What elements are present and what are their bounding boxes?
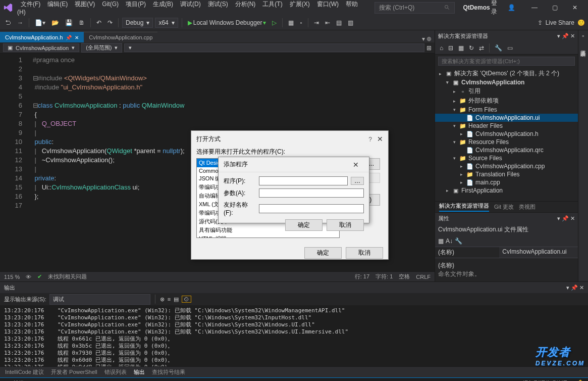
- bottom-tab[interactable]: 开发者 PowerShell: [51, 368, 97, 376]
- tree-row[interactable]: ▾▣CvImshowApplication: [435, 78, 578, 86]
- tree-row[interactable]: ▸📁外部依赖项: [435, 96, 578, 106]
- close-icon[interactable]: ✕: [75, 35, 79, 40]
- pin-icon[interactable]: ▾ 📌: [557, 33, 569, 39]
- props-row[interactable]: (名称)CvImshowApplication.ui: [435, 247, 578, 258]
- menu-item[interactable]: 调试(D): [177, 0, 204, 10]
- nav-member[interactable]: ▾: [124, 43, 424, 52]
- login-link[interactable]: 登录: [491, 0, 503, 16]
- tb-ico-5[interactable]: ▤: [334, 18, 344, 27]
- redo-icon[interactable]: ↷: [105, 18, 115, 27]
- tree-row[interactable]: ▾📁Form Files: [435, 106, 578, 114]
- tree-row[interactable]: 📄CvImshowApplication.qrc: [435, 146, 578, 154]
- browse-button[interactable]: …: [351, 177, 364, 185]
- tree-row[interactable]: ▸▣FirstApplication: [435, 186, 578, 195]
- tree-row[interactable]: ▸📄CvImshowApplication.h: [435, 130, 578, 138]
- program-path-input[interactable]: [259, 176, 348, 185]
- bottom-tab[interactable]: 输出: [134, 368, 145, 376]
- solution-root[interactable]: ▸▣解决方案 'QtDemos' (2 个项目, 共 2 个): [435, 69, 578, 78]
- menu-item[interactable]: Git(G): [98, 0, 122, 10]
- tree-row[interactable]: ▸📄CvImshowApplication.cpp: [435, 162, 578, 170]
- add-ok-button[interactable]: 确定: [285, 219, 323, 231]
- feedback-icon[interactable]: 🙂: [577, 19, 585, 26]
- output-ico3[interactable]: ▤: [174, 296, 179, 303]
- bottom-tab[interactable]: 查找符号结果: [152, 368, 185, 376]
- openwith-item[interactable]: HTML 编辑: [197, 234, 339, 238]
- file-tab-active[interactable]: CvImshowApplication.h📌✕: [0, 32, 84, 42]
- saveall-icon[interactable]: 🗎: [77, 18, 87, 27]
- tree-row[interactable]: ▸▫引用: [435, 86, 578, 96]
- tb-ico-6[interactable]: ▥: [346, 18, 355, 27]
- home-icon[interactable]: ⌂: [438, 43, 445, 53]
- props-wrench-icon[interactable]: 🔧: [455, 237, 462, 245]
- liveshare-button[interactable]: Live Share: [546, 19, 574, 26]
- menu-item[interactable]: 测试(S): [204, 0, 232, 10]
- output-text[interactable]: 13:23:20:176 "CvImshowApplication.exe" (…: [0, 305, 588, 366]
- menu-item[interactable]: 分析(N): [232, 0, 259, 10]
- tree-row[interactable]: ▾📁Source Files: [435, 154, 578, 162]
- show-all-icon[interactable]: ▦: [457, 43, 465, 53]
- tree-row[interactable]: ▾📁Resource Files: [435, 138, 578, 146]
- friendly-name-input[interactable]: [259, 204, 364, 213]
- tab-overflow-icon[interactable]: ▾ ⊕: [419, 35, 435, 42]
- program-args-input[interactable]: [259, 188, 364, 198]
- split-icon[interactable]: ⊞: [426, 44, 432, 52]
- open-icon[interactable]: 📂: [49, 18, 61, 27]
- bottom-tab[interactable]: 错误列表: [104, 368, 127, 376]
- menu-item[interactable]: 视图(V): [71, 0, 98, 10]
- server-explorer-icon[interactable]: ▫: [582, 32, 584, 39]
- config-combo[interactable]: Debug ▾: [122, 18, 153, 28]
- panel-close-icon[interactable]: ✕: [570, 33, 575, 39]
- save-icon[interactable]: 💾: [63, 18, 75, 27]
- undo-icon[interactable]: ↶: [94, 18, 103, 27]
- new-icon[interactable]: 📄▾: [33, 18, 47, 27]
- close-button[interactable]: ✕: [565, 1, 585, 15]
- solution-tab[interactable]: Git 更改: [494, 203, 514, 211]
- menu-item[interactable]: 生成(B): [149, 0, 177, 10]
- tb-ico-3[interactable]: ⇥: [312, 18, 321, 27]
- user-icon[interactable]: 👤: [508, 4, 515, 11]
- nav-fwd-icon[interactable]: →: [15, 18, 25, 27]
- menu-item[interactable]: 工具(T): [259, 0, 286, 10]
- tb-ico-2[interactable]: ▫: [298, 18, 304, 27]
- file-tab-inactive[interactable]: CvImshowApplication.cpp: [84, 32, 157, 42]
- openwith-ok-button[interactable]: 确定: [304, 247, 342, 259]
- menu-item[interactable]: 项目(P): [122, 0, 149, 10]
- start-debug-button[interactable]: ▶ Local Windows Debugger ▾: [186, 18, 269, 27]
- pin-icon[interactable]: 📌: [66, 35, 72, 40]
- solution-tree[interactable]: ▸▣解决方案 'QtDemos' (2 个项目, 共 2 个) ▾▣CvImsh…: [435, 68, 578, 201]
- tree-row[interactable]: ▸📄main.cpp: [435, 178, 578, 186]
- tree-row[interactable]: ▾📁Header Files: [435, 122, 578, 130]
- global-search[interactable]: 搜索 (Ctrl+Q): [375, 2, 455, 14]
- clear-icon[interactable]: ⊗: [160, 296, 165, 303]
- solution-search-input[interactable]: [438, 57, 575, 66]
- zoom-level[interactable]: 115 %: [4, 274, 20, 280]
- platform-combo[interactable]: x64 ▾: [155, 18, 178, 28]
- dlg-add-close-icon[interactable]: ✕: [348, 161, 364, 169]
- props-az-icon[interactable]: A↓: [446, 237, 453, 245]
- output-ico4[interactable]: ⏲: [182, 296, 191, 303]
- liveshare-icon[interactable]: ⇪: [538, 19, 543, 26]
- collapse-icon[interactable]: ⊟: [447, 43, 455, 53]
- sync-icon[interactable]: ⇄: [477, 43, 486, 53]
- dlg-close-icon[interactable]: ✕: [377, 135, 383, 143]
- output-source-combo[interactable]: 调试: [49, 294, 150, 305]
- tree-row[interactable]: ▸📁Translation Files: [435, 170, 578, 178]
- tb-ico-1[interactable]: ▦: [286, 18, 296, 27]
- nav-scope[interactable]: ▣ CvImshowApplication ▾: [3, 43, 79, 52]
- menu-item[interactable]: 窗口(W): [313, 0, 342, 10]
- bottom-tab[interactable]: IntelliCode 建议: [5, 368, 44, 376]
- preview-icon[interactable]: ▭: [506, 43, 514, 53]
- nav-back-icon[interactable]: ⮌: [3, 18, 13, 27]
- start-nodebug-icon[interactable]: ▷: [270, 18, 279, 27]
- toggle-wrap-icon[interactable]: ≡: [168, 296, 171, 302]
- minimize-button[interactable]: ―: [524, 1, 545, 15]
- toolbox-tab[interactable]: 诊断工具: [578, 43, 588, 50]
- tree-row[interactable]: 📄CvImshowApplication.ui: [435, 114, 578, 122]
- menu-item[interactable]: 编辑(E): [44, 0, 71, 10]
- refresh-icon[interactable]: ↻: [467, 43, 475, 53]
- props-cat-icon[interactable]: ▦: [438, 237, 444, 245]
- props-icon[interactable]: 🔧: [493, 43, 504, 53]
- solution-tab[interactable]: 解决方案资源管理器: [439, 202, 489, 212]
- add-cancel-button[interactable]: 取消: [327, 219, 364, 231]
- nav-func[interactable]: (全局范围) ▾: [81, 43, 122, 53]
